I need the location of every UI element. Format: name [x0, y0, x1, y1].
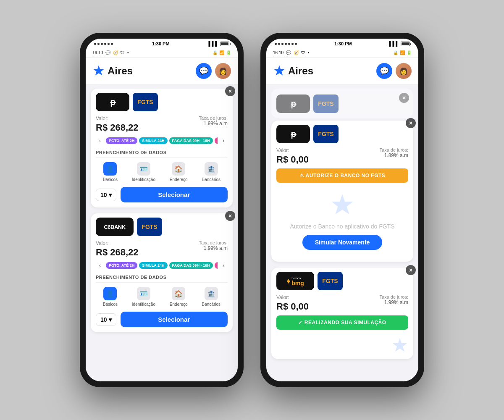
chevron-right-1[interactable]: › — [219, 136, 228, 145]
picpay-logo-icon: ᵽ — [110, 97, 116, 107]
step-endereco-2: 🏠 Endereço — [170, 287, 188, 307]
notif-bar-left: 16:10 💬 🧭 🛡 • 🔒 📶 🔋 — [86, 49, 238, 58]
aires-star-icon-right — [273, 65, 286, 77]
chevron-right-2[interactable]: › — [219, 261, 228, 270]
taxa-label-2: Taxa de juros: — [199, 240, 228, 245]
valor-label-2: Valor: — [96, 240, 139, 246]
step-identificacao-2: 🪪 Identificação — [132, 287, 155, 307]
step-bancarios-1: 🏦 Bancários — [202, 162, 220, 182]
time-left: 1:30 PM — [152, 41, 170, 46]
tag-simula: SIMULA 24H — [139, 137, 167, 144]
notif-time-right: 16:10 — [273, 50, 284, 55]
modal-instruction-text: Autorize o Banco no aplicativo do FGTS — [290, 223, 394, 230]
partial-top-card: ᵽ FGTS × — [271, 89, 413, 118]
app-header-left: Aires 💬 👩 — [86, 58, 238, 84]
close-partial-button[interactable]: × — [399, 93, 409, 103]
close-main-right-button[interactable]: × — [406, 118, 416, 128]
signal-icon: ▌▌▌ — [209, 41, 218, 46]
close-picpay-button[interactable]: × — [225, 86, 235, 96]
notif-time-left: 16:10 — [92, 50, 103, 55]
status-bar-right: 1:30 PM ▌▌▌ — [266, 39, 418, 49]
selecionar-btn-1[interactable]: Selecionar — [121, 187, 228, 202]
chat-button-left[interactable]: 💬 — [196, 63, 212, 79]
tags-strip-2: ‹ PGTO. ATÉ 2H SIMULA 24H PAGA DAS 09H -… — [96, 261, 228, 270]
aires-star-icon — [92, 65, 105, 77]
step-identificacao-1: 🪪 Identificação — [132, 162, 155, 182]
time-right: 1:30 PM — [334, 41, 352, 46]
scroll-area-left[interactable]: × ᵽ FGTS Valor: R$ 268,22 — [86, 84, 238, 381]
valor-amount-bmg: R$ 0,00 — [276, 301, 309, 312]
valor-amount-r: R$ 0,00 — [276, 154, 309, 165]
step-basicos-1: 👤 Básicos — [103, 162, 118, 182]
right-phone: 1:30 PM ▌▌▌ 16:10 💬 🧭 🛡 • 🔒 📶 🔋 — [260, 33, 424, 387]
aires-logo-text-right: Aires — [288, 65, 313, 77]
simulate-again-btn[interactable]: Simular Novamente — [302, 235, 383, 250]
steps-title-1: PREENCHIMENTO DE DADOS — [96, 150, 228, 158]
app-header-right: Aires 💬 👩 — [266, 58, 418, 84]
dot-indicator: • — [127, 50, 129, 55]
steps-title-2: PREENCHIMENTO DE DADOS — [96, 275, 228, 283]
battery-icon: 🔋 — [226, 50, 231, 55]
bmg-logo: ♦ banco bmg — [276, 272, 314, 290]
qty-chevron-2: ▾ — [109, 316, 112, 323]
taxa-value-bmg: 1.99% a.m — [380, 299, 408, 305]
c6bank-logo: C6BANK — [96, 218, 134, 236]
signal-icon-right: ▌▌▌ — [389, 41, 399, 46]
shield-icon: 🛡 — [121, 50, 125, 55]
selecionar-btn-2[interactable]: Selecionar — [121, 312, 228, 327]
svg-marker-3 — [393, 338, 407, 352]
partial-picpay-logo: ᵽ — [276, 94, 310, 113]
card-picpay-fgts-right: × ᵽ FGTS Valor: R$ 0,00 — [271, 121, 413, 262]
wifi-icon-r: 📶 — [400, 50, 405, 55]
avatar-left[interactable]: 👩 — [215, 63, 231, 79]
nav-icon-r: 🧭 — [294, 50, 299, 55]
taxa-value-2: 1.99% a.m — [199, 245, 228, 251]
orange-authorize-btn[interactable]: ⚠ AUTORIZE O BANCO NO FGTS — [276, 168, 408, 183]
card-bmg-fgts: × ♦ banco bmg FGTS — [271, 268, 413, 359]
fgts-badge-2: FGTS — [137, 218, 162, 236]
svg-marker-2 — [332, 194, 353, 214]
green-simulating-btn: ✓ REALIZANDO SUA SIMULAÇÃO — [276, 315, 408, 330]
taxa-label-1: Taxa de juros: — [199, 116, 228, 121]
qty-select-2[interactable]: 10 ▾ — [96, 313, 116, 326]
tag-pgto: PGTO. ATÉ 2H — [106, 137, 137, 144]
svg-marker-1 — [274, 66, 285, 76]
whatsapp-icon: 💬 — [105, 50, 110, 55]
taxa-label-r: Taxa de juros: — [380, 147, 408, 152]
aires-logo-text: Aires — [108, 65, 133, 77]
qty-select-1[interactable]: 10 ▾ — [96, 189, 116, 201]
close-bmg-button[interactable]: × — [406, 265, 416, 275]
select-row-1: 10 ▾ Selecionar — [96, 187, 228, 202]
chevron-left-1[interactable]: ‹ — [96, 136, 104, 145]
svg-marker-0 — [93, 66, 104, 76]
taxa-label-bmg: Taxa de juros: — [380, 294, 408, 299]
step-basicos-2: 👤 Básicos — [103, 287, 118, 307]
scroll-area-right[interactable]: ᵽ FGTS × × ᵽ FGTS — [266, 84, 418, 381]
taxa-value-r: 1.89% a.m — [380, 152, 408, 158]
lock-icon-r: 🔒 — [393, 50, 398, 55]
aires-watermark-icon — [330, 193, 355, 218]
logo-right: Aires — [273, 65, 313, 77]
valor-label-r: Valor: — [276, 147, 309, 153]
picpay-logo: ᵽ — [96, 93, 129, 111]
fgts-badge-bmg: FGTS — [318, 272, 343, 290]
close-c6bank-button[interactable]: × — [225, 211, 235, 221]
shield-icon-r: 🛡 — [301, 50, 305, 55]
aires-watermark-icon-bmg — [391, 337, 408, 354]
chat-button-right[interactable]: 💬 — [376, 63, 392, 79]
battery-icon-r: 🔋 — [407, 50, 412, 55]
valor-amount-2: R$ 268,22 — [96, 247, 139, 258]
tags-strip-1: ‹ PGTO. ATÉ 2H SIMULA 24H PAGA DAS 09H -… — [96, 136, 228, 145]
tag-simula-2: SIMULA 24H — [139, 262, 167, 269]
dot-indicator-r: • — [308, 50, 310, 55]
lock-icon: 🔒 — [213, 50, 218, 55]
chevron-left-2[interactable]: ‹ — [96, 261, 104, 270]
select-row-2: 10 ▾ Selecionar — [96, 312, 228, 327]
avatar-right[interactable]: 👩 — [396, 63, 412, 79]
picpay-logo-right: ᵽ — [276, 125, 310, 143]
notif-bar-right: 16:10 💬 🧭 🛡 • 🔒 📶 🔋 — [266, 49, 418, 58]
left-phone: 1:30 PM ▌▌▌ 16:10 💬 🧭 🛡 • 🔒 📶 🔋 — [80, 33, 244, 387]
step-bancarios-2: 🏦 Bancários — [202, 287, 220, 307]
modal-overlay: Autorize o Banco no aplicativo do FGTS S… — [276, 186, 408, 257]
steps-section-1: PREENCHIMENTO DE DADOS 👤 Básicos 🪪 Ident… — [96, 150, 228, 182]
